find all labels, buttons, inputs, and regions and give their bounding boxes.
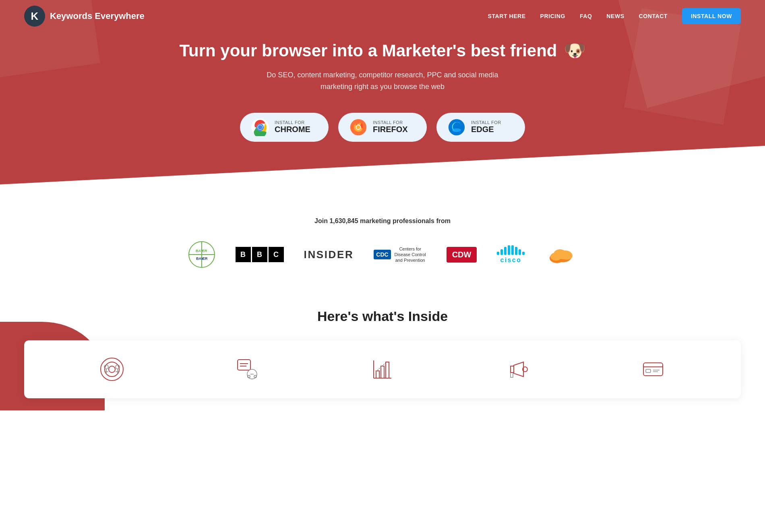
- nav-link-contact[interactable]: CONTACT: [639, 13, 668, 19]
- nav-link-start-here[interactable]: START HERE: [488, 13, 526, 19]
- logo-link[interactable]: K Keywords Everywhere: [24, 6, 145, 27]
- bbc-c: C: [269, 247, 284, 262]
- inside-icons-row: [48, 356, 717, 382]
- inside-title: Here's what's Inside: [24, 308, 741, 324]
- whats-inside-section: Here's what's Inside: [0, 284, 765, 410]
- cisco-logo: cisco: [497, 245, 525, 264]
- cdc-logo: CDC Centers for Disease Control and Prev…: [374, 246, 426, 263]
- cisco-bar-6: [515, 247, 517, 255]
- cisco-text: cisco: [497, 257, 525, 264]
- cisco-bars: [497, 245, 525, 255]
- edge-install-label-small: INSTALL FOR: [471, 120, 501, 125]
- cisco-bar-4: [508, 245, 510, 255]
- nav-link-faq[interactable]: FAQ: [580, 13, 592, 19]
- cisco-bar-8: [522, 252, 525, 255]
- inside-icon-audience: [99, 356, 125, 382]
- firefox-install-label-small: INSTALL FOR: [373, 120, 408, 125]
- cdc-badge: CDC: [374, 250, 391, 259]
- bbc-b1: B: [236, 247, 251, 262]
- ppc-icon: [640, 356, 666, 382]
- chrome-install-label-big: CHROME: [275, 125, 310, 134]
- install-now-button[interactable]: INSTALL NOW: [682, 8, 741, 24]
- nav-link-pricing[interactable]: PRICING: [540, 13, 565, 19]
- install-edge-button[interactable]: INSTALL FOR EDGE: [436, 113, 525, 142]
- insider-logo: INSIDER: [304, 248, 354, 261]
- bayer-logo: BAY ER BAY ER: [188, 241, 215, 268]
- nav-links: START HERE PRICING FAQ NEWS CONTACT INST…: [488, 8, 741, 24]
- chrome-icon: [251, 118, 269, 136]
- svg-point-3: [258, 125, 263, 129]
- svg-point-7: [356, 125, 360, 129]
- social-proof-section: Join 1,630,845 marketing professionals f…: [0, 193, 765, 284]
- cisco-bar-1: [497, 252, 499, 255]
- social-proof-text: Join 1,630,845 marketing professionals f…: [24, 217, 741, 225]
- svg-rect-47: [646, 369, 651, 373]
- bayer-svg: BAY ER BAY ER: [188, 241, 215, 268]
- cisco-bar-3: [504, 247, 507, 255]
- edge-install-label-big: EDGE: [471, 125, 501, 134]
- analytics-icon: [370, 356, 395, 382]
- cdw-text: CDW: [447, 247, 477, 263]
- nav-link-news[interactable]: NEWS: [606, 13, 624, 19]
- brand-name: Keywords Everywhere: [50, 11, 145, 21]
- hero-content: Turn your browser into a Marketer's best…: [24, 40, 741, 142]
- audience-icon: [99, 356, 125, 382]
- marketing-icon: [505, 356, 531, 382]
- firefox-install-label-big: FIREFOX: [373, 125, 408, 134]
- cloudflare-logo: [545, 244, 577, 265]
- hero-subtitle: Do SEO, content marketing, competitor re…: [258, 69, 507, 93]
- install-buttons-group: INSTALL FOR CHROME INSTALL FOR FIREFOX: [24, 113, 741, 142]
- inside-icon-analytics: [370, 356, 395, 382]
- svg-text:ER: ER: [203, 257, 208, 261]
- edge-icon: [448, 118, 465, 136]
- cdc-full-name: Centers for Disease Control and Preventi…: [394, 246, 426, 263]
- svg-point-22: [550, 253, 562, 261]
- inside-icon-ppc: [640, 356, 666, 382]
- cisco-bar-7: [519, 249, 521, 255]
- install-firefox-button[interactable]: INSTALL FOR FIREFOX: [338, 113, 427, 142]
- bbc-b2: B: [252, 247, 267, 262]
- logo-icon: K: [24, 6, 45, 27]
- content-icon: [234, 356, 260, 382]
- cloudflare-svg: [545, 244, 577, 265]
- inside-icon-marketing: [505, 356, 531, 382]
- bbc-logo: B B C: [236, 247, 284, 262]
- svg-point-25: [109, 366, 115, 373]
- firefox-icon: [349, 118, 367, 136]
- svg-rect-32: [238, 360, 250, 370]
- inside-card: [24, 340, 741, 398]
- svg-rect-41: [376, 371, 379, 378]
- edge-btn-text: INSTALL FOR EDGE: [471, 120, 501, 134]
- svg-point-24: [105, 362, 119, 377]
- svg-text:ER: ER: [202, 249, 207, 253]
- svg-point-23: [101, 358, 123, 381]
- cisco-bar-5: [511, 245, 514, 255]
- cisco-brand: cisco: [497, 245, 525, 264]
- svg-rect-42: [381, 366, 384, 378]
- install-chrome-button[interactable]: INSTALL FOR CHROME: [240, 113, 329, 142]
- logos-row: BAY ER BAY ER B B C INSIDER CDC Centers …: [24, 241, 741, 268]
- dog-emoji: 🐶: [564, 40, 586, 61]
- svg-point-9: [452, 128, 461, 132]
- inside-icon-content: [234, 356, 260, 382]
- navbar: K Keywords Everywhere START HERE PRICING…: [0, 0, 765, 32]
- chrome-btn-text: INSTALL FOR CHROME: [275, 120, 310, 134]
- hero-title: Turn your browser into a Marketer's best…: [24, 40, 741, 61]
- cdw-logo: CDW: [447, 247, 477, 263]
- svg-rect-43: [386, 362, 389, 378]
- chrome-install-label-small: INSTALL FOR: [275, 120, 310, 125]
- insider-text: INSIDER: [304, 248, 354, 261]
- firefox-btn-text: INSTALL FOR FIREFOX: [373, 120, 408, 134]
- cisco-bar-2: [500, 249, 503, 255]
